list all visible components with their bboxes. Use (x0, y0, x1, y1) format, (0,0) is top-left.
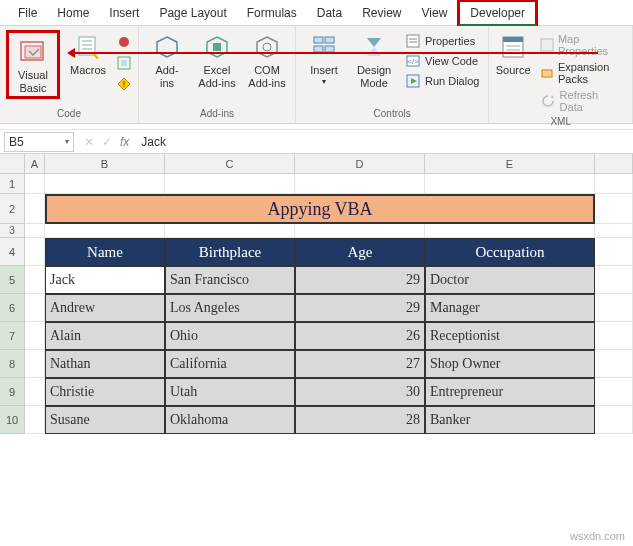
tab-home[interactable]: Home (47, 2, 99, 24)
worksheet-grid[interactable]: A B C D E 1 2 Appying VBA 3 4 Name Birth… (0, 154, 633, 434)
tab-page-layout[interactable]: Page Layout (149, 2, 236, 24)
record-macro-icon[interactable] (116, 34, 132, 53)
insert-control-button[interactable]: Insert ▾ (302, 30, 346, 86)
col-head-blank[interactable] (595, 154, 633, 174)
cell[interactable]: Banker (425, 406, 595, 434)
cell[interactable] (595, 238, 633, 266)
cell[interactable]: Manager (425, 294, 595, 322)
cell[interactable]: 29 (295, 294, 425, 322)
cell[interactable] (25, 238, 45, 266)
row-head-8[interactable]: 8 (0, 350, 25, 378)
cell[interactable] (45, 174, 165, 194)
row-head-4[interactable]: 4 (0, 238, 25, 266)
formula-bar-input[interactable]: Jack (135, 133, 633, 151)
expansion-packs-button[interactable]: Expansion Packs (537, 60, 626, 86)
col-head-e[interactable]: E (425, 154, 595, 174)
cell[interactable]: Doctor (425, 266, 595, 294)
view-code-button[interactable]: </>View Code (402, 52, 482, 70)
cell[interactable] (595, 406, 633, 434)
properties-button[interactable]: Properties (402, 32, 482, 50)
header-age[interactable]: Age (295, 238, 425, 266)
tab-review[interactable]: Review (352, 2, 411, 24)
header-birthplace[interactable]: Birthplace (165, 238, 295, 266)
cell[interactable] (165, 224, 295, 238)
cell[interactable]: Christie (45, 378, 165, 406)
col-head-b[interactable]: B (45, 154, 165, 174)
active-cell[interactable]: Jack (45, 266, 165, 294)
col-head-d[interactable]: D (295, 154, 425, 174)
cell[interactable]: Ohio (165, 322, 295, 350)
row-head-6[interactable]: 6 (0, 294, 25, 322)
cell[interactable] (595, 224, 633, 238)
row-head-10[interactable]: 10 (0, 406, 25, 434)
cell[interactable]: Entrepreneur (425, 378, 595, 406)
design-mode-button[interactable]: Design Mode (352, 30, 396, 89)
cell[interactable]: Receptionist (425, 322, 595, 350)
cell[interactable] (595, 378, 633, 406)
cell[interactable] (595, 322, 633, 350)
cell[interactable] (165, 174, 295, 194)
cell[interactable] (595, 294, 633, 322)
row-head-2[interactable]: 2 (0, 194, 25, 224)
cell[interactable] (595, 350, 633, 378)
row-head-3[interactable]: 3 (0, 224, 25, 238)
tab-view[interactable]: View (412, 2, 458, 24)
cell[interactable] (25, 266, 45, 294)
run-dialog-button[interactable]: Run Dialog (402, 72, 482, 90)
tab-formulas[interactable]: Formulas (237, 2, 307, 24)
select-all-corner[interactable] (0, 154, 25, 174)
col-head-c[interactable]: C (165, 154, 295, 174)
cell[interactable] (595, 174, 633, 194)
cell[interactable] (25, 322, 45, 350)
cell[interactable]: Alain (45, 322, 165, 350)
title-cell[interactable]: Appying VBA (45, 194, 595, 224)
cell[interactable] (595, 266, 633, 294)
row-head-7[interactable]: 7 (0, 322, 25, 350)
tab-data[interactable]: Data (307, 2, 352, 24)
cell[interactable] (25, 406, 45, 434)
cell[interactable]: San Francisco (165, 266, 295, 294)
header-name[interactable]: Name (45, 238, 165, 266)
cell[interactable]: 27 (295, 350, 425, 378)
cell[interactable]: Oklahoma (165, 406, 295, 434)
cell[interactable]: 29 (295, 266, 425, 294)
cell[interactable] (25, 294, 45, 322)
cell[interactable]: Utah (165, 378, 295, 406)
cell[interactable] (25, 350, 45, 378)
tab-insert[interactable]: Insert (99, 2, 149, 24)
cell[interactable]: 26 (295, 322, 425, 350)
cell[interactable] (295, 174, 425, 194)
tab-file[interactable]: File (8, 2, 47, 24)
cell[interactable] (25, 378, 45, 406)
cell[interactable]: Shop Owner (425, 350, 595, 378)
chevron-down-icon[interactable]: ▾ (65, 137, 69, 146)
macro-security-icon[interactable]: ! (116, 76, 132, 95)
cell[interactable] (25, 194, 45, 224)
tab-developer[interactable]: Developer (457, 0, 538, 27)
col-head-a[interactable]: A (25, 154, 45, 174)
cell[interactable]: Nathan (45, 350, 165, 378)
cell[interactable] (25, 174, 45, 194)
cell[interactable]: 28 (295, 406, 425, 434)
cell[interactable]: Los Angeles (165, 294, 295, 322)
cell[interactable]: Susane (45, 406, 165, 434)
name-box[interactable]: B5▾ (4, 132, 74, 152)
cell[interactable]: California (165, 350, 295, 378)
relative-ref-icon[interactable] (116, 55, 132, 74)
cell[interactable] (45, 224, 165, 238)
cell[interactable]: 30 (295, 378, 425, 406)
row-head-1[interactable]: 1 (0, 174, 25, 194)
header-occupation[interactable]: Occupation (425, 238, 595, 266)
cell[interactable]: Andrew (45, 294, 165, 322)
cell[interactable] (295, 224, 425, 238)
cell[interactable] (595, 194, 633, 224)
fx-icon[interactable]: fx (120, 135, 129, 149)
row-head-5[interactable]: 5 (0, 266, 25, 294)
visual-basic-button[interactable]: Visual Basic (11, 35, 55, 94)
excel-addins-button[interactable]: Excel Add-ins (195, 30, 239, 89)
addins-button[interactable]: Add- ins (145, 30, 189, 89)
row-head-9[interactable]: 9 (0, 378, 25, 406)
cell[interactable] (25, 224, 45, 238)
cell[interactable] (425, 174, 595, 194)
cell[interactable] (425, 224, 595, 238)
